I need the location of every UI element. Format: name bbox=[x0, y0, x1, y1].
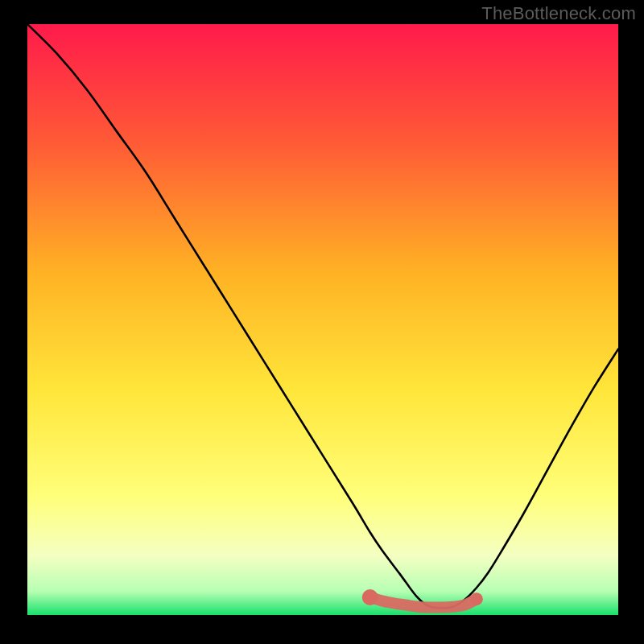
chart-svg bbox=[27, 24, 618, 615]
watermark-text: TheBottleneck.com bbox=[481, 3, 636, 24]
range-end-dot bbox=[470, 592, 483, 605]
chart-frame: { "watermark": "TheBottleneck.com", "col… bbox=[0, 0, 644, 644]
range-start-dot bbox=[362, 589, 378, 605]
bottleneck-chart bbox=[27, 24, 618, 615]
gradient-background bbox=[27, 24, 618, 615]
